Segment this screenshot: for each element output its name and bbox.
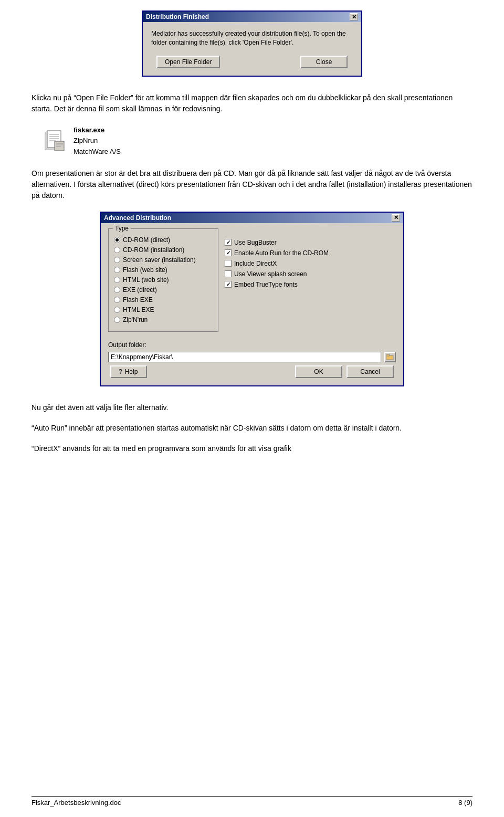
radio-circle-2[interactable]: [114, 257, 120, 263]
ok-button[interactable]: OK: [295, 365, 342, 378]
radio-label-6: Flash EXE: [123, 296, 153, 303]
output-folder-section: Output folder:: [108, 341, 396, 362]
footer-buttons: OK Cancel: [295, 365, 394, 378]
adv-dialog-body: Type CD-ROM (direct) CD-ROM (installatio…: [101, 223, 403, 385]
radio-circle-3[interactable]: [114, 267, 120, 273]
radio-label-3: Flash (web site): [123, 266, 167, 274]
footer-right: 8 (9): [458, 799, 472, 806]
paragraph-4: “Auto Run” innebär att presentationen st…: [32, 423, 472, 434]
adv-dialog-titlebar: Advanced Distribution ✕: [101, 213, 403, 223]
radio-circle-1[interactable]: [114, 247, 120, 253]
checkbox-viewer-splash[interactable]: Use Viewer splash screen: [225, 270, 396, 278]
dist-finished-close-button[interactable]: ✕: [350, 13, 358, 20]
radio-circle-6[interactable]: [114, 297, 120, 303]
file-type: ZipNrun: [74, 135, 121, 146]
checkbox-box-4[interactable]: ✓: [225, 281, 232, 288]
output-row: [108, 352, 396, 362]
dist-finished-message: Mediator has successfully created your d…: [151, 29, 353, 47]
help-button[interactable]: ? Help: [110, 365, 147, 378]
radio-exe-direct[interactable]: EXE (direct): [114, 286, 213, 294]
radio-cd-rom-installation[interactable]: CD-ROM (installation): [114, 246, 213, 254]
file-icon: [42, 129, 67, 154]
file-info: fiskar.exe ZipNrun MatchWare A/S: [74, 125, 121, 158]
checkbox-box-1[interactable]: ✓: [225, 249, 232, 256]
checkbox-box-2[interactable]: [225, 260, 232, 267]
dist-finished-dialog-wrapper: Distribution Finished ✕ Mediator has suc…: [32, 11, 472, 77]
checkbox-label-4: Embed TrueType fonts: [234, 281, 298, 288]
radio-cd-rom-direct[interactable]: CD-ROM (direct): [114, 236, 213, 244]
radio-circle-0[interactable]: [114, 237, 120, 243]
radio-screen-saver[interactable]: Screen saver (installation): [114, 256, 213, 264]
output-input[interactable]: [108, 352, 381, 362]
options-box: ✓ Use BugBuster ✓ Enable Auto Run for th…: [225, 228, 396, 337]
file-icon-area: fiskar.exe ZipNrun MatchWare A/S: [42, 125, 472, 158]
checkbox-autorun[interactable]: ✓ Enable Auto Run for the CD-ROM: [225, 249, 396, 257]
radio-html-exe[interactable]: HTML EXE: [114, 306, 213, 313]
checkbox-truetype[interactable]: ✓ Embed TrueType fonts: [225, 281, 396, 288]
adv-dialog-close-button[interactable]: ✕: [392, 214, 400, 222]
dist-finished-dialog: Distribution Finished ✕ Mediator has suc…: [142, 11, 362, 77]
checkbox-box-3[interactable]: [225, 270, 232, 277]
footer-left: Fiskar_Arbetsbeskrivning.doc: [32, 799, 121, 806]
radio-flash-exe[interactable]: Flash EXE: [114, 296, 213, 303]
open-file-folder-button[interactable]: Open File Folder: [156, 56, 220, 68]
output-label: Output folder:: [108, 341, 396, 349]
checkbox-label-0: Use BugBuster: [234, 239, 277, 246]
adv-dialog-title: Advanced Distribution: [104, 214, 171, 222]
help-icon: ?: [119, 368, 122, 375]
folder-icon: [386, 354, 394, 360]
dist-finished-titlebar: Distribution Finished ✕: [143, 12, 361, 22]
radio-label-4: HTML (web site): [123, 276, 169, 284]
radio-label-5: EXE (direct): [123, 286, 157, 294]
file-company: MatchWare A/S: [74, 146, 121, 158]
svg-rect-7: [55, 141, 64, 151]
type-group-box: Type CD-ROM (direct) CD-ROM (installatio…: [108, 228, 218, 332]
page-footer: Fiskar_Arbetsbeskrivning.doc 8 (9): [32, 796, 472, 806]
adv-dialog-main: Type CD-ROM (direct) CD-ROM (installatio…: [108, 228, 396, 337]
svg-rect-12: [386, 354, 390, 356]
radio-flash-web[interactable]: Flash (web site): [114, 266, 213, 274]
type-group-label: Type: [113, 225, 131, 232]
checkbox-label-1: Enable Auto Run for the CD-ROM: [234, 249, 329, 257]
adv-dialog-footer: ? Help OK Cancel: [108, 362, 396, 378]
checkbox-box-0[interactable]: ✓: [225, 239, 232, 246]
browse-folder-button[interactable]: [384, 352, 396, 362]
help-button-label: Help: [125, 368, 138, 375]
radio-zipnrun[interactable]: Zip'N'run: [114, 316, 213, 323]
radio-label-8: Zip'N'run: [123, 316, 148, 323]
dist-finished-title: Distribution Finished: [146, 13, 209, 20]
radio-label-7: HTML EXE: [123, 306, 154, 313]
checkbox-bugbuster[interactable]: ✓ Use BugBuster: [225, 239, 396, 246]
checkbox-directx[interactable]: Include DirectX: [225, 260, 396, 267]
radio-label-1: CD-ROM (installation): [123, 246, 184, 254]
radio-circle-8[interactable]: [114, 317, 120, 323]
paragraph-2: Om presentationen är stor är det bra att…: [32, 168, 472, 201]
radio-html-web[interactable]: HTML (web site): [114, 276, 213, 284]
adv-dialog-wrapper: Advanced Distribution ✕ Type CD-ROM (dir…: [32, 212, 472, 386]
close-button[interactable]: Close: [300, 56, 348, 68]
radio-label-2: Screen saver (installation): [123, 256, 196, 264]
cancel-button[interactable]: Cancel: [346, 365, 394, 378]
paragraph-1: Klicka nu på “Open File Folder” för att …: [32, 92, 472, 114]
checkbox-label-3: Use Viewer splash screen: [234, 270, 307, 278]
dist-finished-buttons: Open File Folder Close: [151, 56, 353, 68]
radio-label-0: CD-ROM (direct): [123, 236, 170, 244]
radio-circle-4[interactable]: [114, 277, 120, 283]
radio-circle-5[interactable]: [114, 287, 120, 293]
radio-circle-7[interactable]: [114, 307, 120, 313]
checkbox-label-2: Include DirectX: [234, 260, 277, 267]
adv-dist-dialog: Advanced Distribution ✕ Type CD-ROM (dir…: [100, 212, 404, 386]
paragraph-5: “DirectX” används för att ta med en prog…: [32, 443, 472, 454]
dist-finished-body: Mediator has successfully created your d…: [143, 22, 361, 76]
file-icon-svg: [42, 129, 67, 154]
file-name: fiskar.exe: [74, 125, 121, 136]
paragraph-3: Nu går det även att välja lite fler alte…: [32, 402, 472, 413]
